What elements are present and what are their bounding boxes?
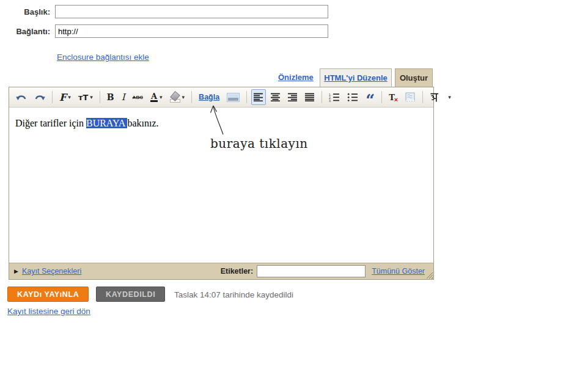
align-right-button[interactable] xyxy=(285,89,300,105)
undo-icon xyxy=(16,93,27,101)
tab-preview[interactable]: Önizleme xyxy=(278,73,314,82)
redo-icon xyxy=(34,93,45,101)
align-left-button[interactable] xyxy=(251,89,266,105)
enclosure-link[interactable]: Enclosure bağlantısı ekle xyxy=(57,53,149,62)
red-x-icon: × xyxy=(394,96,398,103)
align-center-button[interactable] xyxy=(268,89,283,105)
chevron-down-icon: ▾ xyxy=(160,94,163,100)
link-input[interactable] xyxy=(55,24,328,38)
font-button[interactable]: F ▾ xyxy=(57,89,73,105)
transliteration-button[interactable] xyxy=(427,89,441,105)
more-options-button[interactable]: ▾ xyxy=(444,89,454,105)
text-color-button[interactable]: A ▾ xyxy=(148,89,165,105)
post-options-bar: ▶ Kayıt Seçenekleri Etiketler: Tümünü Gö… xyxy=(9,263,433,279)
align-left-icon xyxy=(254,93,263,101)
italic-button[interactable]: I xyxy=(119,89,128,105)
align-right-icon xyxy=(288,93,298,101)
toolbar-separator xyxy=(52,91,53,103)
toolbar-separator xyxy=(191,91,192,103)
post-editor: F ▾ тT ▾ B I ABC A ▾ ▾ Bağla xyxy=(9,87,434,280)
align-center-icon xyxy=(271,93,281,101)
bullet-list-icon xyxy=(347,93,358,102)
text-color-icon: A xyxy=(150,93,158,102)
remove-formatting-button[interactable]: T × xyxy=(386,89,400,105)
bold-button[interactable]: B xyxy=(105,89,117,105)
tab-compose[interactable]: Oluştur xyxy=(395,68,433,87)
strikethrough-button[interactable]: ABC xyxy=(130,89,145,105)
toolbar-separator xyxy=(100,91,100,103)
resize-grip[interactable] xyxy=(426,272,433,279)
bold-icon: B xyxy=(107,92,114,102)
tab-edit-html-label: HTML'yi Düzenle xyxy=(324,73,388,82)
font-size-button[interactable]: тT ▾ xyxy=(76,89,95,105)
insert-link-button[interactable]: Bağla xyxy=(196,89,222,105)
font-icon: F xyxy=(59,92,66,103)
title-input[interactable] xyxy=(55,5,328,18)
editor-toolbar: F ▾ тT ▾ B I ABC A ▾ ▾ Bağla xyxy=(9,87,433,108)
justify-icon xyxy=(305,93,315,101)
toolbar-separator xyxy=(422,91,423,103)
bullet-list-button[interactable] xyxy=(345,89,361,105)
toolbar-separator xyxy=(322,91,322,103)
font-size-icon: тT xyxy=(78,93,88,102)
back-to-post-list-link[interactable]: Kayıt listesine geri dön xyxy=(7,307,90,316)
spellcheck-page-icon xyxy=(405,92,416,102)
post-options-link[interactable]: Kayıt Seçenekleri xyxy=(22,267,81,276)
redo-button[interactable] xyxy=(32,89,48,105)
expand-triangle-icon[interactable]: ▶ xyxy=(14,268,18,274)
highlight-color-button[interactable]: ▾ xyxy=(167,89,188,105)
draft-saved-status: Taslak 14:07 tarihinde kaydedildi xyxy=(174,290,293,299)
spellcheck-button[interactable] xyxy=(403,89,418,105)
chevron-down-icon: ▾ xyxy=(448,94,451,100)
show-all-link[interactable]: Tümünü Göster xyxy=(372,267,425,276)
numbered-list-button[interactable]: 1. 2. 3. xyxy=(326,89,342,105)
insert-image-button[interactable] xyxy=(224,89,242,105)
selected-text: BURAYA xyxy=(86,118,127,128)
svg-text:3.: 3. xyxy=(329,99,331,102)
justify-button[interactable] xyxy=(303,89,317,105)
tab-edit-html[interactable]: HTML'yi Düzenle xyxy=(320,68,392,87)
numbered-list-icon: 1. 2. 3. xyxy=(329,93,340,102)
labels-input[interactable] xyxy=(257,265,366,277)
publish-button[interactable]: KAYDı YAYıNLA xyxy=(7,287,89,302)
chevron-down-icon: ▾ xyxy=(68,94,71,100)
title-label: Başlık: xyxy=(0,7,50,16)
highlighter-icon xyxy=(170,92,180,103)
link-label: Bağlantı: xyxy=(0,27,50,36)
strikethrough-icon: ABC xyxy=(133,95,143,100)
undo-button[interactable] xyxy=(13,89,29,105)
image-icon xyxy=(227,93,240,102)
blockquote-icon: “ xyxy=(366,90,375,104)
saved-button[interactable]: KAYDEDILDI xyxy=(96,287,165,302)
toolbar-separator xyxy=(381,91,382,103)
blockquote-button[interactable]: “ xyxy=(363,89,377,105)
labels-label: Etiketler: xyxy=(221,267,254,276)
chevron-down-icon: ▾ xyxy=(182,94,185,100)
editor-content[interactable]: Diğer tarifler için BURAYA bakınız. xyxy=(9,108,433,263)
italic-icon: I xyxy=(122,92,125,103)
tab-compose-label: Oluştur xyxy=(400,73,428,82)
transliteration-icon xyxy=(430,92,439,102)
chevron-down-icon: ▾ xyxy=(90,94,93,100)
insert-link-label: Bağla xyxy=(199,93,219,101)
editor-text: Diğer tarifler için BURAYA bakınız. xyxy=(15,118,427,129)
toolbar-separator xyxy=(246,91,247,103)
